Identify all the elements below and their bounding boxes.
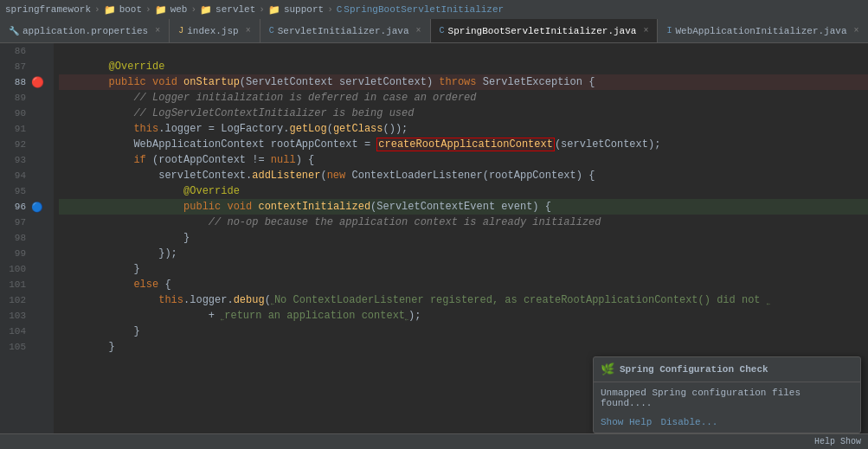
tab-spring-boot-servlet[interactable]: C SpringBootServletInitializer.java ×: [431, 19, 659, 42]
gutter-row-91: 91: [0, 121, 54, 137]
tab-icon-servlet: C: [269, 26, 274, 35]
breadcrumb-icon-class: C: [337, 4, 343, 15]
line-num-93: 93: [0, 155, 31, 165]
tab-close-web-app[interactable]: ×: [854, 26, 859, 35]
breadcrumb-item-springframework[interactable]: springframework: [5, 4, 91, 15]
gutter-row-105: 105: [0, 339, 54, 355]
line-num-86: 86: [0, 46, 31, 56]
gutter-row-90: 90: [0, 106, 54, 121]
tab-servlet-initializer[interactable]: C ServletInitializer.java ×: [260, 19, 431, 42]
tab-icon-web-app: I: [666, 26, 672, 35]
gutter-row-104: 104: [0, 324, 54, 339]
line-num-97: 97: [0, 217, 31, 228]
gutter-row-92: 92: [0, 137, 54, 152]
notification-header: 🌿 Spring Configuration Check: [594, 357, 860, 382]
tab-close-spring-boot[interactable]: ×: [643, 26, 648, 35]
breadcrumb-item-support[interactable]: support: [284, 4, 324, 15]
line-num-100: 100: [0, 264, 31, 274]
line-num-105: 105: [0, 342, 31, 352]
gutter-row-96: 96 🔵: [0, 199, 54, 215]
code-line-98: }: [59, 230, 868, 246]
tabs-bar: 🔧 application.properties × J index.jsp ×…: [0, 19, 868, 43]
breadcrumb-item-boot[interactable]: boot: [119, 4, 142, 15]
line-num-88: 88: [0, 77, 31, 87]
code-line-104: }: [59, 324, 868, 339]
breadcrumb-item-servlet[interactable]: servlet: [215, 4, 255, 15]
code-line-89: // Logger initialization is deferred in …: [59, 90, 868, 106]
line-num-95: 95: [0, 186, 31, 196]
gutter-row-89: 89: [0, 90, 54, 106]
code-line-102: this.logger.debug(˿No ContextLoaderListe…: [59, 292, 868, 308]
tab-label-web-app: WebApplicationInitializer.java: [675, 26, 846, 36]
code-line-87: @Override: [59, 59, 868, 74]
notification-popup: 🌿 Spring Configuration Check Unmapped Sp…: [593, 356, 861, 433]
line-num-102: 102: [0, 295, 31, 305]
tab-close-jsp[interactable]: ×: [246, 26, 251, 35]
breadcrumb: springframework › 📁 boot › 📁 web › 📁 ser…: [0, 0, 868, 19]
line-num-103: 103: [0, 311, 31, 321]
breadcrumb-item-web[interactable]: web: [170, 4, 188, 15]
tab-label-properties: application.properties: [23, 26, 148, 36]
line-num-98: 98: [0, 233, 31, 243]
highlight-create-root: createRootApplicationContext: [376, 138, 555, 151]
code-line-90: // LogServletContextInitializer is being…: [59, 106, 868, 121]
gutter-row-103: 103: [0, 308, 54, 324]
line-num-104: 104: [0, 326, 31, 337]
tab-application-properties[interactable]: 🔧 application.properties ×: [0, 19, 170, 42]
code-line-97: // no-op because the application context…: [59, 215, 868, 230]
disable-link[interactable]: Disable...: [660, 417, 717, 427]
gutter-row-97: 97: [0, 215, 54, 230]
breadcrumb-icon-boot: 📁: [104, 4, 116, 16]
gutter-row-99: 99: [0, 246, 54, 261]
gutter-row-98: 98: [0, 230, 54, 246]
status-bar: Help Show: [0, 433, 868, 449]
code-line-103: + ˿return an application context˿);: [59, 308, 868, 324]
gutter-row-94: 94: [0, 168, 54, 183]
gutter-row-100: 100: [0, 261, 54, 277]
tab-close-properties[interactable]: ×: [155, 26, 160, 35]
gutter-row-101: 101: [0, 277, 54, 292]
tab-label-jsp: index.jsp: [187, 26, 238, 36]
code-line-96: public void contextInitialized(ServletCo…: [59, 199, 868, 215]
tab-label-servlet: ServletInitializer.java: [278, 26, 409, 36]
breadcrumb-item-class[interactable]: SpringBootServletInitializer: [344, 4, 504, 15]
code-line-99: });: [59, 246, 868, 261]
tab-close-servlet[interactable]: ×: [416, 26, 421, 35]
gutter-row-87: 87: [0, 59, 54, 74]
line-num-101: 101: [0, 279, 31, 290]
code-line-92: WebApplicationContext rootAppContext = c…: [59, 137, 868, 152]
gutter: 86 87 88 🔴 89: [0, 43, 54, 449]
code-line-101: else {: [59, 277, 868, 292]
tab-index-jsp[interactable]: J index.jsp ×: [170, 19, 260, 42]
tab-icon-jsp: J: [178, 26, 183, 35]
code-line-105: }: [59, 339, 868, 355]
code-line-86: [59, 43, 868, 59]
show-help-link[interactable]: Show Help: [601, 417, 652, 427]
line-num-89: 89: [0, 93, 31, 103]
status-right: Help Show: [814, 437, 861, 446]
status-help-show: Help Show: [814, 437, 861, 446]
breadcrumb-icon-servlet: 📁: [200, 4, 212, 16]
spring-icon: 🌿: [601, 362, 614, 376]
line-num-90: 90: [0, 108, 31, 119]
line-num-94: 94: [0, 170, 31, 181]
code-line-95: @Override: [59, 183, 868, 199]
tab-icon-spring-boot: C: [440, 26, 445, 35]
tab-web-app-initializer[interactable]: I WebApplicationInitializer.java ×: [658, 19, 868, 42]
code-line-93: if (rootAppContext != null) {: [59, 152, 868, 168]
code-line-91: this.logger = LogFactory.getLog(getClass…: [59, 121, 868, 137]
line-num-99: 99: [0, 248, 31, 259]
breadcrumb-icon-web: 📁: [155, 4, 167, 16]
gutter-row-88: 88 🔴: [0, 74, 54, 90]
notification-body: Unmapped Spring configuration files foun…: [594, 382, 860, 414]
line-num-91: 91: [0, 124, 31, 134]
code-line-88: public void onStartup(ServletContext ser…: [59, 74, 868, 90]
line-num-87: 87: [0, 61, 31, 72]
code-line-100: }: [59, 261, 868, 277]
notification-title: Spring Configuration Check: [620, 364, 768, 375]
tab-icon-properties: 🔧: [9, 26, 19, 36]
gutter-row-95: 95: [0, 183, 54, 199]
notification-links: Show Help Disable...: [594, 414, 860, 433]
gutter-row-93: 93: [0, 152, 54, 168]
gutter-row-86: 86: [0, 43, 54, 59]
